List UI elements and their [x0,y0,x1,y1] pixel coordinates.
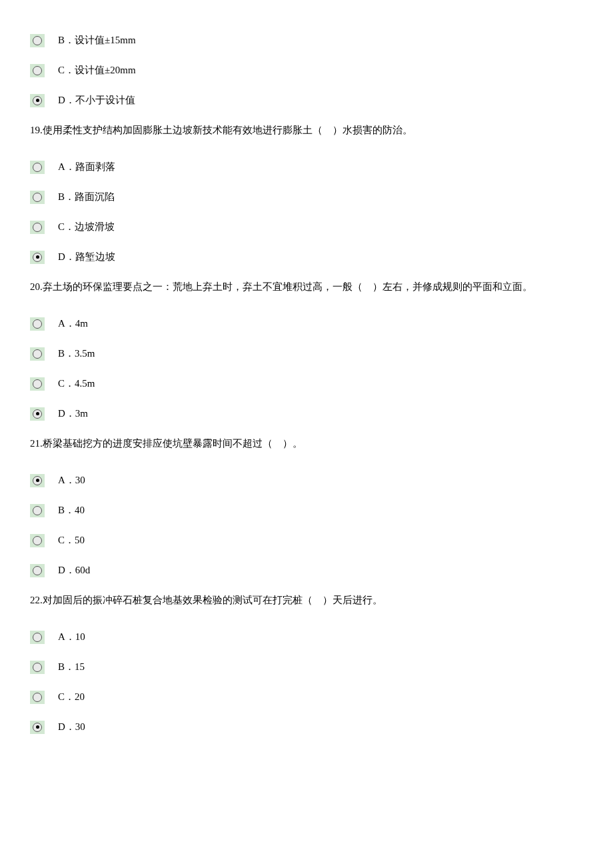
radio-outer-circle [33,163,42,172]
option-label: B．40 [58,503,85,517]
question-text: 22.对加固后的振冲碎石桩复合地基效果检验的测试可在打完桩（ ）天后进行。 [30,593,583,607]
radio-outer-circle [33,319,42,329]
option-label: D．30 [58,720,85,734]
radio-icon[interactable] [30,221,45,234]
radio-outer-circle [33,723,42,732]
option-row[interactable]: A．路面剥落 [30,160,583,174]
radio-icon[interactable] [30,191,45,204]
option-label: C．设计值±20mm [58,63,136,77]
radio-icon[interactable] [30,534,45,547]
radio-outer-circle [33,409,42,419]
option-row[interactable]: D．路堑边坡 [30,250,583,264]
option-row[interactable]: A．30 [30,473,583,487]
radio-icon[interactable] [30,64,45,77]
option-row[interactable]: C．4.5m [30,377,583,391]
option-label: A．10 [58,630,85,644]
question-text: 19.使用柔性支护结构加固膨胀土边坡新技术能有效地进行膨胀土（ ）水损害的防治。 [30,123,583,137]
radio-selected-dot [36,99,39,102]
option-row[interactable]: C．50 [30,533,583,547]
option-label: A．路面剥落 [58,160,115,174]
radio-icon[interactable] [30,377,45,391]
option-row[interactable]: A．4m [30,317,583,331]
option-row[interactable]: C．设计值±20mm [30,63,583,77]
radio-icon[interactable] [30,347,45,361]
option-label: C．50 [58,533,85,547]
radio-outer-circle [33,349,42,359]
radio-icon[interactable] [30,474,45,487]
option-label: C．边坡滑坡 [58,220,115,234]
radio-outer-circle [33,193,42,202]
radio-outer-circle [33,36,42,45]
question-text: 20.弃土场的环保监理要点之一：荒地上弃土时，弃土不宜堆积过高，一般（ ）左右，… [30,280,583,294]
option-label: D．不小于设计值 [58,93,135,107]
option-row[interactable]: C．边坡滑坡 [30,220,583,234]
exam-content: B．设计值±15mmC．设计值±20mmD．不小于设计值19.使用柔性支护结构加… [30,33,583,734]
radio-selected-dot [36,479,39,482]
option-row[interactable]: B．设计值±15mm [30,33,583,47]
radio-icon[interactable] [30,251,45,264]
option-label: B．3.5m [58,347,95,361]
radio-outer-circle [33,253,42,262]
option-row[interactable]: B．15 [30,660,583,674]
option-label: D．60d [58,563,90,577]
radio-icon[interactable] [30,721,45,734]
option-row[interactable]: D．30 [30,720,583,734]
radio-icon[interactable] [30,407,45,421]
option-label: B．设计值±15mm [58,33,136,47]
option-row[interactable]: D．3m [30,407,583,421]
option-row[interactable]: D．60d [30,563,583,577]
radio-icon[interactable] [30,661,45,674]
radio-outer-circle [33,476,42,485]
option-label: A．30 [58,473,85,487]
radio-outer-circle [33,379,42,389]
option-row[interactable]: C．20 [30,690,583,704]
radio-outer-circle [33,506,42,515]
radio-selected-dot [36,412,39,415]
option-row[interactable]: B．3.5m [30,347,583,361]
option-label: C．4.5m [58,377,95,391]
radio-outer-circle [33,66,42,75]
option-row[interactable]: B．40 [30,503,583,517]
radio-icon[interactable] [30,564,45,577]
option-row[interactable]: D．不小于设计值 [30,93,583,107]
radio-icon[interactable] [30,161,45,174]
radio-icon[interactable] [30,34,45,47]
radio-icon[interactable] [30,691,45,704]
option-label: C．20 [58,690,85,704]
radio-outer-circle [33,566,42,575]
radio-icon[interactable] [30,94,45,107]
option-row[interactable]: B．路面沉陷 [30,190,583,204]
option-label: D．3m [58,407,88,421]
radio-icon[interactable] [30,317,45,331]
radio-outer-circle [33,633,42,642]
radio-outer-circle [33,223,42,232]
radio-outer-circle [33,96,42,105]
radio-selected-dot [36,725,39,729]
radio-outer-circle [33,663,42,672]
option-label: B．15 [58,660,85,674]
radio-outer-circle [33,536,42,545]
option-label: B．路面沉陷 [58,190,115,204]
radio-icon[interactable] [30,631,45,644]
question-text: 21.桥梁基础挖方的进度安排应使坑壁暴露时间不超过（ ）。 [30,437,583,451]
radio-icon[interactable] [30,504,45,517]
radio-selected-dot [36,255,39,259]
radio-outer-circle [33,693,42,702]
option-label: D．路堑边坡 [58,250,115,264]
option-row[interactable]: A．10 [30,630,583,644]
option-label: A．4m [58,317,88,331]
